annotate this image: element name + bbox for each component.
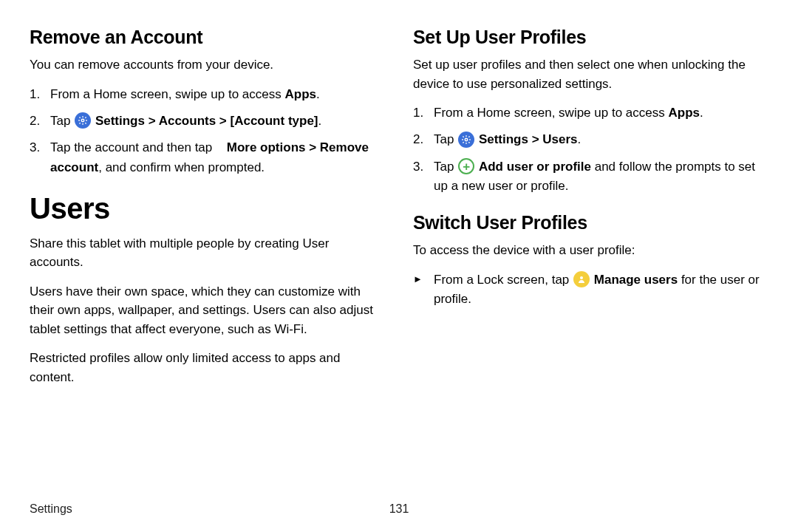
remove-intro: You can remove accounts from your device… <box>30 55 385 75</box>
more-options-icon <box>216 140 223 155</box>
svg-point-2 <box>580 276 583 279</box>
setup-steps: From a Home screen, swipe up to access A… <box>413 103 768 196</box>
setup-step-2: Tap Settings > Users. <box>413 130 768 149</box>
settings-gear-icon <box>458 132 474 148</box>
setup-step-3: Tap + Add user or profile and follow the… <box>413 157 768 197</box>
remove-step-1: From a Home screen, swipe up to access A… <box>30 85 385 104</box>
heading-setup-profiles: Set Up User Profiles <box>413 27 768 48</box>
left-column: Remove an Account You can remove account… <box>30 27 385 397</box>
user-icon <box>573 271 590 287</box>
users-para-3: Restricted profiles allow only limited a… <box>30 349 385 386</box>
users-para-1: Share this tablet with multiple people b… <box>30 234 385 272</box>
page-footer: Settings 131 <box>30 502 768 516</box>
footer-page-number: 131 <box>389 502 409 516</box>
add-plus-icon: + <box>458 158 474 174</box>
heading-users: Users <box>30 192 385 225</box>
settings-gear-icon <box>75 112 91 129</box>
switch-step-1: From a Lock screen, tap Manage users for… <box>413 270 768 310</box>
users-para-2: Users have their own space, which they c… <box>30 282 385 339</box>
switch-intro: To access the device with a user profile… <box>413 241 768 260</box>
setup-intro: Set up user profiles and then select one… <box>413 55 768 93</box>
remove-step-3: Tap the account and then tap More option… <box>30 138 385 177</box>
svg-point-0 <box>81 120 84 123</box>
remove-step-2: Tap Settings > Accounts > [Account type]… <box>30 112 385 131</box>
remove-steps: From a Home screen, swipe up to access A… <box>30 85 385 177</box>
heading-remove-account: Remove an Account <box>30 27 385 48</box>
svg-point-1 <box>465 138 468 141</box>
setup-step-1: From a Home screen, swipe up to access A… <box>413 103 768 123</box>
heading-switch-profiles: Switch User Profiles <box>413 212 768 233</box>
footer-section: Settings <box>30 502 72 516</box>
switch-steps: From a Lock screen, tap Manage users for… <box>413 270 768 310</box>
right-column: Set Up User Profiles Set up user profile… <box>413 27 768 397</box>
